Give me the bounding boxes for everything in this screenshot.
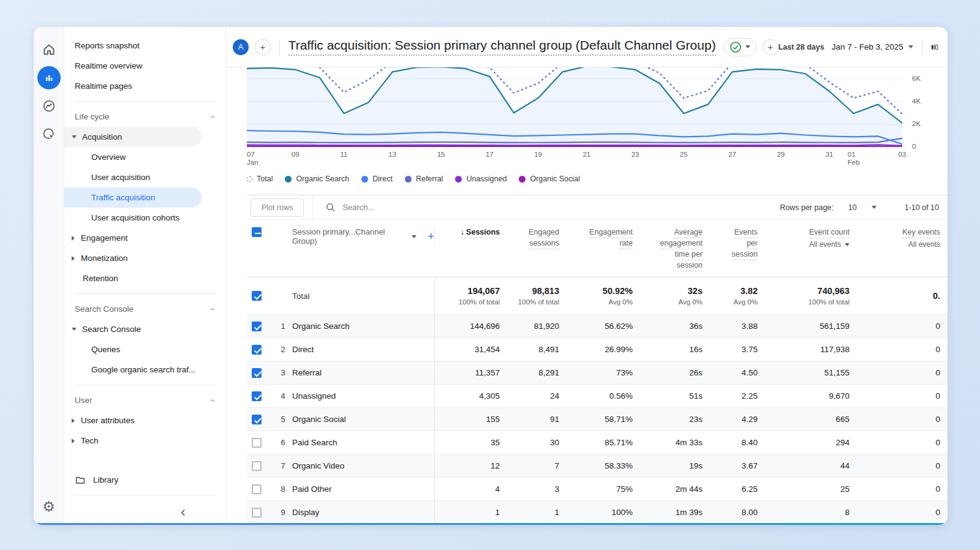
sidebar-item-reports-snapshot[interactable]: Reports snapshot xyxy=(64,36,226,56)
column-subheader[interactable]: All events xyxy=(809,240,850,249)
chart-legend: TotalOrganic SearchDirectReferralUnassig… xyxy=(247,171,948,186)
sidebar-item-library[interactable]: Library xyxy=(64,470,226,490)
column-header-line: Engaged xyxy=(529,227,559,238)
add-dimension-icon[interactable]: + xyxy=(428,230,434,243)
collapse-sidebar-button[interactable] xyxy=(64,500,226,525)
table-row: 8 Paid Other 4375%2m 44s6.25250 xyxy=(247,477,948,500)
sidebar-item-user-acquisition[interactable]: User acquisition xyxy=(64,167,226,187)
row-metric-value: 144,696 xyxy=(435,315,507,337)
table-row: 6 Paid Search 353085.71%4m 33s8.402940 xyxy=(247,431,948,454)
column-header-event-count[interactable]: Event countAll events xyxy=(765,227,857,249)
sidebar-item-acquisition[interactable]: Acquisition xyxy=(64,127,202,147)
page-title[interactable]: Traffic acquisition: Session primary cha… xyxy=(288,38,716,56)
total-cell: 0. xyxy=(857,277,948,314)
row-metric-value: 8,291 xyxy=(507,361,567,384)
legend-item-total[interactable]: Total xyxy=(247,175,273,183)
column-header-engaged-sessions[interactable]: Engagedsessions xyxy=(507,227,567,249)
icon-rail: ⚙ xyxy=(34,27,64,525)
sidebar-item-engagement[interactable]: Engagement xyxy=(64,228,226,248)
row-channel-name: Organic Search xyxy=(292,315,435,337)
total-cell: 98,813100% of total xyxy=(507,277,567,314)
column-header-sessions[interactable]: ↓Sessions xyxy=(435,227,507,238)
compare-layout-icon[interactable] xyxy=(930,40,939,54)
sidebar-section-life-cycle[interactable]: Life cycle xyxy=(64,107,226,127)
row-checkbox[interactable] xyxy=(252,438,262,448)
sidebar-item-retention[interactable]: Retention xyxy=(64,268,226,288)
home-icon[interactable] xyxy=(37,38,61,61)
legend-item-organic-social[interactable]: Organic Social xyxy=(519,175,579,183)
date-range-picker[interactable]: Jan 7 - Feb 3, 2025 xyxy=(832,42,913,51)
row-checkbox[interactable] xyxy=(252,368,262,378)
total-checkbox[interactable] xyxy=(252,291,262,301)
x-tick-label: 25 xyxy=(680,151,688,159)
row-checkbox[interactable] xyxy=(252,391,262,401)
data-quality-chip[interactable] xyxy=(723,38,756,56)
sidebar-item-realtime-pages[interactable]: Realtime pages xyxy=(64,76,226,96)
column-header-events-per-session[interactable]: Eventspersession xyxy=(710,227,765,260)
column-header-avg-engagement-time[interactable]: Averageengagementtime persession xyxy=(640,227,710,271)
chevron-down-icon[interactable] xyxy=(872,206,876,209)
sidebar-item-tech[interactable]: Tech xyxy=(64,431,226,451)
row-checkbox[interactable] xyxy=(252,461,262,471)
dimension-header[interactable]: Session primary...Channel Group) + xyxy=(292,227,434,246)
row-metric-value: 58.71% xyxy=(567,408,640,431)
column-header-line: rate xyxy=(619,238,633,249)
advertising-icon[interactable] xyxy=(37,122,61,146)
row-channel-name: Direct xyxy=(292,338,435,361)
row-checkbox[interactable] xyxy=(252,322,262,331)
select-all-checkbox[interactable] xyxy=(252,227,262,237)
rows-per-page-value[interactable]: 10 xyxy=(848,203,857,212)
sidebar-item-user-acquisition-cohorts[interactable]: User acquisition cohorts xyxy=(64,208,226,228)
y-tick-label: 4K xyxy=(912,97,921,105)
row-metric-value: 561,159 xyxy=(765,315,857,337)
legend-item-unassigned[interactable]: Unassigned xyxy=(455,175,507,183)
row-metric-value: 3 xyxy=(507,478,567,500)
legend-item-referral[interactable]: Referral xyxy=(405,175,443,183)
row-metric-value: 91 xyxy=(507,408,567,431)
row-metric-value: 665 xyxy=(765,408,857,431)
sidebar: Reports snapshot Realtime overview Realt… xyxy=(64,27,227,525)
row-metric-value: 58.33% xyxy=(567,454,640,477)
column-header-engagement-rate[interactable]: Engagementrate xyxy=(567,227,640,249)
x-tick-label: 19 xyxy=(534,151,542,159)
column-header-line: session xyxy=(732,249,758,260)
total-label: Total xyxy=(292,277,435,314)
sidebar-item-search-console[interactable]: Search Console xyxy=(64,319,226,339)
row-channel-name: Organic Social xyxy=(292,408,435,431)
column-header-key-events[interactable]: Key eventsAll events xyxy=(857,227,948,249)
sidebar-section-user[interactable]: User xyxy=(64,390,226,410)
row-metric-value: 9,670 xyxy=(765,385,857,407)
table-row: 5 Organic Social 1559158.71%23s4.296650 xyxy=(247,407,948,431)
row-metric-value: 100% xyxy=(567,501,640,524)
avatar[interactable]: A xyxy=(233,39,249,55)
row-metric-value: 16s xyxy=(640,338,710,361)
add-comparison-icon[interactable]: + xyxy=(255,39,271,55)
row-checkbox[interactable] xyxy=(252,508,262,518)
row-metric-value: 51,155 xyxy=(765,361,857,384)
search-input[interactable] xyxy=(342,203,526,212)
row-metric-value: 1 xyxy=(507,501,567,524)
table-total-row: Total 194,067100% of total98,813100% of … xyxy=(247,277,948,314)
plot-rows-button[interactable]: Plot rows xyxy=(251,198,304,217)
sidebar-item-traffic-acquisition[interactable]: Traffic acquisition xyxy=(64,187,202,208)
sidebar-item-google-organic-search[interactable]: Google organic search traf... xyxy=(64,360,226,380)
sidebar-item-queries[interactable]: Queries xyxy=(64,339,226,360)
row-metric-value: 0.56% xyxy=(567,385,640,407)
row-metric-value: 4,305 xyxy=(435,385,507,407)
row-number: 5 xyxy=(274,408,292,431)
sidebar-item-realtime-overview[interactable]: Realtime overview xyxy=(64,56,226,76)
sidebar-item-monetization[interactable]: Monetization xyxy=(64,248,226,268)
gear-icon[interactable]: ⚙ xyxy=(42,499,55,515)
legend-item-direct[interactable]: Direct xyxy=(361,175,393,183)
report-header: A + Traffic acquisition: Session primary… xyxy=(227,27,948,67)
row-checkbox[interactable] xyxy=(252,345,262,355)
reports-icon[interactable] xyxy=(37,66,61,89)
explore-icon[interactable] xyxy=(37,94,61,118)
sidebar-item-user-attributes[interactable]: User attributes xyxy=(64,410,226,431)
legend-item-organic-search[interactable]: Organic Search xyxy=(285,175,349,183)
row-checkbox[interactable] xyxy=(252,415,262,424)
row-checkbox[interactable] xyxy=(252,484,262,494)
sidebar-item-overview[interactable]: Overview xyxy=(64,147,226,167)
sidebar-section-search-console[interactable]: Search Console xyxy=(64,299,226,319)
add-report-icon[interactable]: + xyxy=(763,39,778,55)
